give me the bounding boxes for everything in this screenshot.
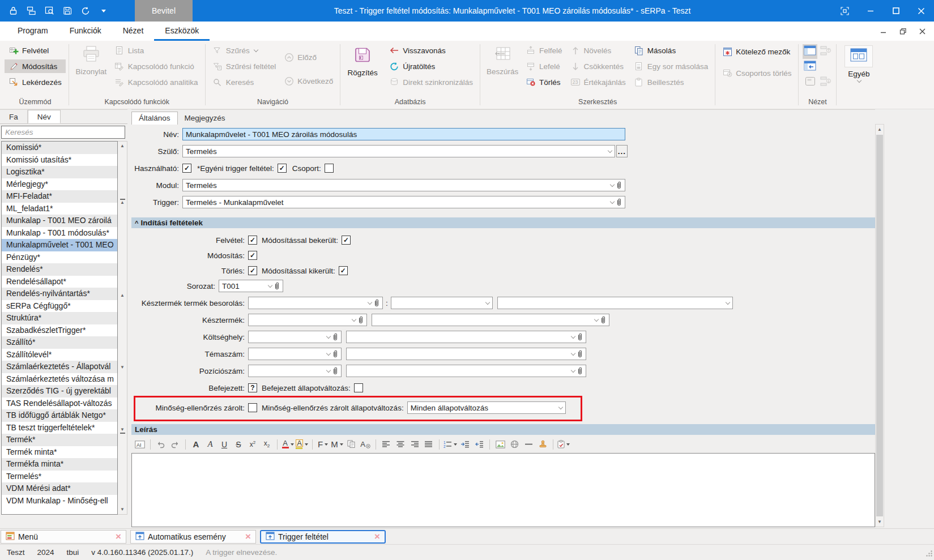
view-book-button[interactable] (805, 76, 816, 88)
minimize-button[interactable] (858, 0, 883, 22)
koltseghely-combo-2[interactable] (346, 331, 586, 343)
close-icon[interactable]: × (374, 532, 380, 541)
clear-formatting-icon[interactable]: A (359, 438, 372, 451)
sidebar-tab-nev[interactable]: Név (28, 110, 61, 123)
inditasi-section-header[interactable]: ^ Indítási feltételek (131, 217, 875, 228)
scroll-up-icon[interactable]: ▲ (876, 127, 884, 132)
search-input[interactable] (1, 126, 125, 139)
befejezett-allapot-checkbox[interactable] (354, 383, 363, 392)
minoseg-zarolt-checkbox[interactable] (248, 403, 257, 412)
list-item[interactable]: VDM Mérési adat* (2, 482, 117, 495)
lista-button[interactable]: Lista (110, 44, 202, 57)
refresh-icon[interactable] (80, 6, 91, 16)
felfele-button[interactable]: Felfelé (522, 44, 566, 57)
sorozat-combo[interactable]: T001 (219, 280, 283, 292)
panel-splitter[interactable] (127, 109, 131, 528)
lekerdezes-button[interactable]: Lekérdezés (5, 75, 66, 89)
paste-options-icon[interactable] (557, 438, 570, 451)
mdi-restore-button[interactable] (894, 24, 911, 39)
save-icon[interactable] (62, 6, 72, 16)
szuresi-feltetel-button[interactable]: Szűrési feltétel (208, 59, 280, 73)
undo-icon[interactable] (155, 438, 167, 451)
modositas-checkbox[interactable]: ✓ (248, 251, 257, 260)
highlight-color-icon[interactable]: A (296, 438, 308, 451)
focus-mode-icon[interactable] (832, 0, 858, 22)
horizontal-line-icon[interactable] (522, 438, 535, 451)
scroll-page-up-icon[interactable]: ▲ (118, 293, 127, 298)
tab-megjegyzes[interactable]: Megjegyzés (178, 112, 232, 125)
windows-layout-icon[interactable] (26, 6, 36, 16)
scroll-jump-bottom-icon[interactable]: ▼ (118, 428, 127, 434)
scrollbar-thumb[interactable] (876, 135, 883, 516)
pozicioszam-combo-1[interactable] (248, 365, 342, 377)
masolas-button[interactable]: Másolás (630, 44, 712, 57)
sidebar-tab-fa[interactable]: Fa (0, 110, 28, 123)
font-color-icon[interactable]: A (282, 438, 294, 451)
view-tree-down-button[interactable] (820, 76, 831, 88)
list-item[interactable]: MFI-Feladat* (2, 190, 117, 203)
underline-icon[interactable]: U (218, 438, 231, 451)
list-item[interactable]: Termékfa minta* (2, 458, 117, 471)
list-item[interactable]: Számlaérkeztetés - Állapotvál (2, 361, 117, 373)
mdi-minimize-button[interactable] (875, 24, 892, 39)
kesztermek-combo-2[interactable] (372, 314, 609, 326)
leiras-editor[interactable] (131, 453, 875, 527)
close-icon[interactable]: × (116, 532, 121, 541)
outdent-icon[interactable] (473, 438, 485, 451)
form-scrollbar[interactable]: ▲ ▼ (875, 124, 884, 527)
bizonylat-button[interactable]: Bizonylat (72, 44, 110, 76)
torles-button[interactable]: Törlés (522, 75, 566, 89)
qat-dropdown-icon[interactable] (99, 6, 109, 16)
text-style-box-icon[interactable]: AI (134, 438, 146, 451)
egy-sor-masolasa-button[interactable]: Egy sor másolása (630, 59, 712, 73)
scroll-jump-top-icon[interactable]: ▲ (118, 198, 127, 205)
close-button[interactable] (909, 0, 934, 22)
hyperlink-icon[interactable] (508, 438, 521, 451)
trigger-combo[interactable]: Termelés - Munkalapművelet (182, 196, 625, 208)
doc-tab-trigger-felt-tel[interactable]: Trigger feltétel× (260, 530, 386, 544)
list-item[interactable]: TB teszt triggerfeltételek* (2, 422, 117, 434)
list-item[interactable]: Szerződés TIG - új gyerektábl (2, 385, 117, 397)
menu-eszközök[interactable]: Eszközök (154, 22, 210, 41)
elozo-button[interactable]: Előző (280, 50, 337, 64)
beszuras-button[interactable]: Beszúrás (483, 44, 522, 76)
list-item[interactable]: Pénzügy* (2, 251, 117, 264)
noveles-button[interactable]: Növelés (566, 44, 630, 57)
menu-funkciók[interactable]: Funkciók (59, 22, 112, 41)
image-icon[interactable] (494, 438, 506, 451)
ujratoltes-button[interactable]: Újratöltés (385, 59, 477, 73)
mod-kikerult-checkbox[interactable]: ✓ (339, 266, 348, 275)
font-name-icon[interactable]: F (317, 438, 329, 451)
csoport-checkbox[interactable] (325, 164, 334, 173)
sidebar-scrollbar[interactable]: ▲ ▲ ▲ ▼ ▼ ▼ (118, 141, 127, 515)
kapcsolodo-funkcio-button[interactable]: Kapcsolódó funkció (110, 59, 202, 73)
kesztermek-besorolas-combo-2[interactable] (391, 297, 493, 309)
list-item[interactable]: Munkalap - T001 módosulás* (2, 227, 117, 240)
felvetel-button[interactable]: Felvétel (5, 44, 66, 57)
ertekajanlas-button[interactable]: 23 Értékajánlás (566, 75, 630, 89)
visszavonas-button[interactable]: Visszavonás (385, 44, 477, 57)
nev-field[interactable]: Munkalapművelet - T001 MEO zároilás módo… (182, 128, 625, 140)
kesztermek-besorolas-combo-3[interactable] (497, 297, 733, 309)
hasznalhato-checkbox[interactable]: ✓ (182, 164, 191, 173)
bold-icon[interactable]: A (190, 438, 202, 451)
redo-icon[interactable] (169, 438, 181, 451)
pozicioszam-combo-2[interactable] (346, 365, 586, 377)
temaszam-combo-1[interactable] (248, 348, 342, 360)
kesztermek-besorolas-combo-1[interactable] (248, 297, 383, 309)
szulo-combo[interactable]: Termelés (182, 145, 615, 157)
superscript-icon[interactable]: x2 (246, 438, 259, 451)
szures-button[interactable]: Szűrés (208, 44, 280, 57)
stamp-icon[interactable] (536, 438, 549, 451)
window-search-icon[interactable] (44, 6, 54, 16)
align-left-icon[interactable] (380, 438, 393, 451)
leiras-section-header[interactable]: Leírás (131, 424, 875, 435)
list-item[interactable]: sERPa Cégfüggő* (2, 300, 117, 313)
doc-tab-automatikus-esem-ny[interactable]: Automatikus esemény× (130, 530, 256, 544)
menu-nézet[interactable]: Nézet (112, 22, 155, 41)
torles-checkbox[interactable]: ✓ (248, 266, 257, 275)
numbered-list-icon[interactable]: 12 (443, 438, 457, 451)
list-item[interactable]: Mérlegjegy* (2, 178, 117, 191)
list-item[interactable]: Termék minta* (2, 446, 117, 459)
rogzites-button[interactable]: Rögzítés (343, 44, 382, 77)
